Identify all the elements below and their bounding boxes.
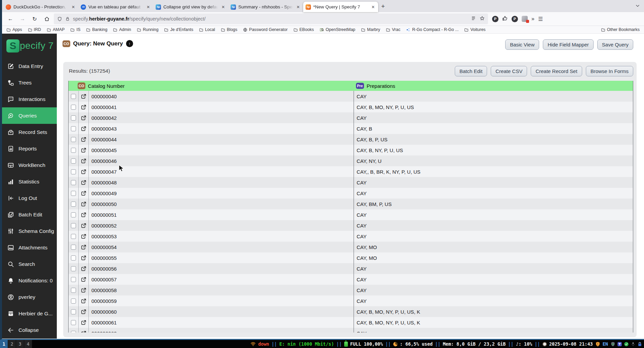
catalog-number-cell[interactable]: 000000044: [89, 134, 354, 145]
tab-close-icon[interactable]: ✕: [220, 4, 226, 10]
teams-icon[interactable]: [617, 342, 622, 347]
reader-mode-icon[interactable]: [471, 16, 476, 22]
sidebar-item-log-out[interactable]: Log Out: [2, 190, 57, 206]
row-checkbox[interactable]: [71, 331, 76, 333]
extension-with-badge-icon[interactable]: [522, 16, 528, 22]
open-record-icon[interactable]: [79, 123, 89, 134]
forward-button[interactable]: →: [17, 14, 28, 24]
sidebar-item-user[interactable]: pverley: [2, 289, 57, 305]
hide-field-mapper-button[interactable]: Hide Field Mapper: [543, 39, 594, 50]
bookmark-je-denfants[interactable]: Je d'Enfants: [164, 27, 193, 32]
row-checkbox[interactable]: [71, 255, 76, 260]
bookmark-apps[interactable]: Apps: [6, 27, 22, 32]
bookmark-is[interactable]: IS: [70, 27, 80, 32]
toolbar-overflow-icon[interactable]: »: [531, 16, 534, 22]
row-checkbox[interactable]: [71, 299, 76, 304]
url-bar[interactable]: specify.herbier-guyane.fr/specify/query/…: [54, 13, 488, 24]
column-header-preparations[interactable]: Pre Preparations: [356, 83, 395, 89]
row-checkbox[interactable]: [71, 159, 76, 164]
row-checkbox[interactable]: [71, 126, 76, 131]
tab-close-icon[interactable]: ✕: [370, 4, 376, 10]
sidebar-item-schema-config[interactable]: Schema Config: [2, 223, 57, 239]
bookmark-marbry[interactable]: Marbry: [361, 27, 380, 32]
bookmark-vrac[interactable]: Vrac: [386, 27, 400, 32]
open-record-icon[interactable]: [79, 177, 89, 188]
shield-check-icon[interactable]: [610, 342, 615, 347]
table-row[interactable]: 000000047 CAY,, B, BR, K, NY, P, U, US: [69, 166, 633, 177]
catalog-number-cell[interactable]: 000000041: [89, 102, 354, 112]
open-record-icon[interactable]: [79, 263, 89, 274]
bookmark-openstreetmap[interactable]: OpenStreetMap: [320, 27, 355, 32]
catalog-number-cell[interactable]: 000000061: [89, 317, 354, 328]
bookmark-ebooks[interactable]: EBooks: [293, 27, 314, 32]
table-row[interactable]: 000000053 CAY: [69, 231, 633, 242]
open-record-icon[interactable]: [79, 102, 89, 112]
save-query-button[interactable]: Save Query: [597, 39, 633, 50]
privacy-badger-extension-icon[interactable]: P: [492, 16, 498, 22]
table-row[interactable]: 000000049 CAY: [69, 188, 633, 199]
row-checkbox[interactable]: [71, 94, 76, 99]
row-checkbox[interactable]: [71, 191, 76, 196]
basic-view-button[interactable]: Basic View: [505, 39, 539, 50]
other-bookmarks-folder[interactable]: Other Bookmarks: [601, 27, 640, 32]
sidebar-item-workbench[interactable]: WorkBench: [2, 157, 57, 173]
bookmark-star-icon[interactable]: [480, 16, 485, 22]
open-record-icon[interactable]: [79, 317, 89, 328]
table-row[interactable]: 000000043 CAY, B: [69, 123, 633, 134]
preparations-cell[interactable]: CAY, MO: [354, 252, 633, 263]
row-checkbox[interactable]: [71, 266, 76, 271]
catalog-number-cell[interactable]: 000000056: [89, 263, 354, 274]
row-checkbox[interactable]: [71, 320, 76, 325]
preparations-cell[interactable]: CAY, B, P, US: [354, 134, 633, 145]
tab-collapse-grid-view[interactable]: Sp Collapse grid view by defau ✕: [153, 2, 228, 12]
tabs-overflow-chevron-icon[interactable]: [635, 3, 640, 12]
sidebar-item-trees[interactable]: Trees: [2, 74, 57, 91]
collapse-query-icon[interactable]: ↑: [126, 40, 133, 47]
table-row[interactable]: 000000042 CAY: [69, 112, 633, 123]
open-record-icon[interactable]: [79, 112, 89, 123]
open-record-icon[interactable]: [79, 134, 89, 145]
row-checkbox[interactable]: [71, 115, 76, 120]
sidebar-item-data-entry[interactable]: Data Entry: [2, 58, 57, 74]
sidebar-item-attachments[interactable]: Attachments: [2, 239, 57, 256]
preparations-cell[interactable]: CAY: [354, 112, 633, 123]
tab-vue-en-tableau[interactable]: </> Vue en tableau par défaut ✕: [78, 2, 153, 12]
workspace-3[interactable]: 3: [16, 340, 24, 348]
bookmark-local[interactable]: Local: [199, 27, 215, 32]
open-record-icon[interactable]: [79, 285, 89, 295]
sidebar-item-interactions[interactable]: Interactions: [2, 91, 57, 107]
row-checkbox[interactable]: [71, 202, 76, 207]
table-row[interactable]: 000000044 CAY, B, P, US: [69, 134, 633, 145]
bookmark-ird[interactable]: IRD: [28, 27, 41, 32]
row-checkbox[interactable]: [71, 137, 76, 142]
sidebar-item-batch-edit[interactable]: Batch Edit: [2, 206, 57, 223]
browse-in-forms-button[interactable]: Browse In Forms: [586, 66, 633, 76]
sidebar-item-collapse[interactable]: Collapse: [2, 322, 57, 338]
sidebar-item-collection[interactable]: Herbier de G...: [2, 305, 57, 322]
row-checkbox[interactable]: [71, 288, 76, 293]
mic-icon[interactable]: [631, 342, 636, 347]
row-checkbox[interactable]: [71, 148, 76, 153]
catalog-number-cell[interactable]: 000000049: [89, 188, 354, 199]
sidebar-item-search[interactable]: Search: [2, 256, 57, 272]
sidebar-item-record-sets[interactable]: Record Sets: [2, 124, 57, 140]
tab-duckduckgo[interactable]: DuckDuckGo - Protection. ✕: [3, 2, 78, 12]
open-record-icon[interactable]: [79, 91, 89, 102]
preparations-cell[interactable]: CAY, B: [354, 123, 633, 134]
tracking-shield-icon[interactable]: [57, 16, 62, 22]
row-checkbox[interactable]: [71, 309, 76, 314]
open-record-icon[interactable]: [79, 328, 89, 333]
shield-warning-icon[interactable]: [595, 342, 600, 347]
table-row[interactable]: 000000050 CAY, BM, P, US: [69, 199, 633, 209]
row-checkbox[interactable]: [71, 212, 76, 217]
table-row[interactable]: 000000057 CAY: [69, 274, 633, 285]
preparations-cell[interactable]: CAY, B, MO, NY, P, U, US, K: [354, 306, 633, 317]
sidebar-item-reports[interactable]: Reports: [2, 140, 57, 157]
open-record-icon[interactable]: [79, 145, 89, 155]
open-record-icon[interactable]: [79, 209, 89, 220]
preparations-cell[interactable]: CAY, BM, P, US: [354, 199, 633, 209]
table-row[interactable]: 000000061 CAY, B, MO, NY, P, U, US, K: [69, 317, 633, 328]
row-checkbox[interactable]: [71, 277, 76, 282]
sidebar-item-notifications[interactable]: Notifications: 0: [2, 272, 57, 289]
tab-new-query[interactable]: Sp *New Query | Specify 7 ✕: [303, 2, 378, 12]
